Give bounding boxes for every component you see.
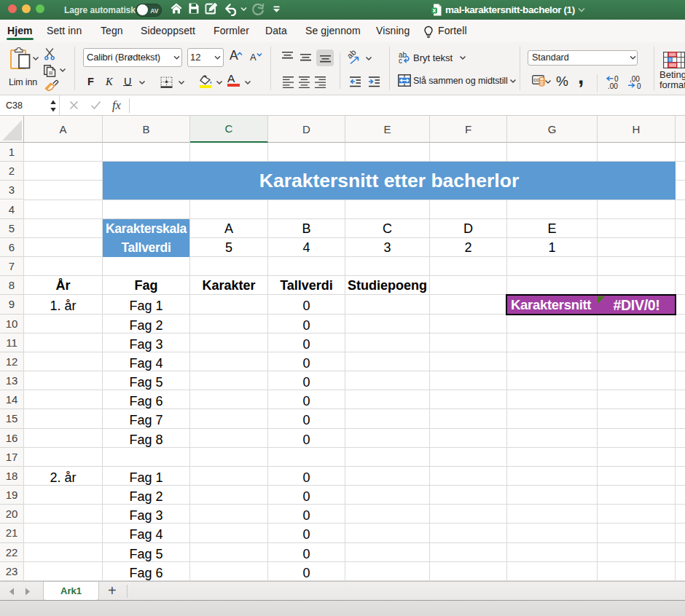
svg-text:0: 0 bbox=[637, 82, 641, 90]
svg-text:c: c bbox=[399, 57, 402, 64]
svg-text:,00: ,00 bbox=[608, 82, 618, 90]
svg-text:co: co bbox=[533, 76, 539, 83]
